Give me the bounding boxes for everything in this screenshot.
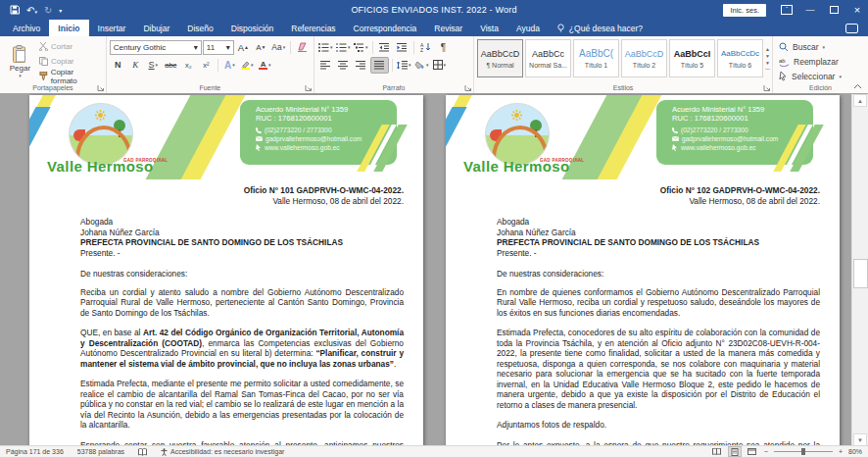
- tab-vista[interactable]: Vista: [471, 20, 507, 36]
- underline-button[interactable]: S▾: [145, 58, 162, 73]
- copy-button[interactable]: Copiar: [37, 55, 103, 68]
- text-effects-button[interactable]: A▾: [221, 58, 238, 73]
- align-left-button[interactable]: [317, 58, 334, 73]
- tab-diseno[interactable]: Diseño: [178, 20, 221, 36]
- clear-formatting-button[interactable]: [294, 40, 311, 55]
- justify-button[interactable]: [370, 57, 389, 74]
- addressee-block[interactable]: Abogada Johana Núñez García PREFECTA PRO…: [80, 217, 404, 258]
- redo-icon[interactable]: ↻: [44, 5, 52, 16]
- letter-body[interactable]: Oficio N° 101 GADPRVH-O-WMC-04-2022. Val…: [80, 185, 404, 446]
- paragraph-dialog-launcher-icon[interactable]: [464, 84, 472, 92]
- sign-in-button[interactable]: Inic. ses.: [723, 4, 766, 17]
- clipboard-dialog-launcher-icon[interactable]: [97, 84, 105, 92]
- format-painter-button[interactable]: Copiar formato: [37, 70, 103, 82]
- paragraph[interactable]: Reciba un cordial y atento saludo a nomb…: [80, 287, 404, 319]
- increase-indent-button[interactable]: [394, 40, 410, 55]
- word-count[interactable]: 53788 palabras: [77, 448, 124, 455]
- save-icon[interactable]: [10, 5, 20, 15]
- replace-button[interactable]: ab Reemplazar: [776, 55, 865, 69]
- zoom-out-button[interactable]: −: [764, 448, 768, 455]
- numbering-button[interactable]: ▾: [335, 40, 352, 55]
- salutation[interactable]: De nuestras consideraciones:: [497, 269, 820, 279]
- tab-dibujar[interactable]: Dibujar: [134, 20, 178, 36]
- tab-correspondencia[interactable]: Correspondencia: [345, 20, 426, 36]
- read-mode-icon[interactable]: [711, 447, 723, 456]
- zoom-slider[interactable]: [774, 451, 833, 452]
- qat-customize-icon[interactable]: ▾: [59, 7, 62, 14]
- paragraph[interactable]: Adjuntamos fotos de respaldo.: [497, 420, 820, 431]
- align-right-button[interactable]: [353, 58, 369, 73]
- strikethrough-button[interactable]: abc: [163, 58, 179, 73]
- decrease-indent-button[interactable]: [376, 40, 393, 55]
- style-titulo-2[interactable]: AaBbCcD Título 2: [621, 39, 667, 77]
- addressee-block[interactable]: Abogada Johana Núñez García PREFECTA PRO…: [497, 217, 820, 258]
- italic-button[interactable]: K: [127, 58, 144, 73]
- shrink-font-button[interactable]: A▼: [253, 40, 269, 55]
- paragraph[interactable]: Estimada Prefecta, mediante el presente …: [80, 379, 404, 431]
- select-button[interactable]: Seleccionar▾: [776, 70, 865, 83]
- document-page-2[interactable]: Valle Hermoso GAD PARROQUIAL Acuerdo Min…: [446, 95, 840, 446]
- tell-me-search[interactable]: ¿Qué desea hacer?: [549, 20, 651, 36]
- scroll-up-icon[interactable]: ▲: [853, 94, 867, 107]
- paragraph[interactable]: En nombre de quienes conformamos el Gobi…: [497, 287, 820, 319]
- cut-button[interactable]: Cortar: [37, 40, 103, 53]
- tab-archivo[interactable]: Archivo: [4, 20, 49, 36]
- ribbon-display-options-icon[interactable]: ˆ: [776, 0, 797, 20]
- style-titulo-6[interactable]: AaBbCcDc Título 6: [717, 39, 763, 77]
- vertical-scrollbar[interactable]: ▲ ▼: [851, 94, 868, 446]
- style-titulo-1[interactable]: AaBbC( Título 1: [573, 39, 619, 77]
- style-normal[interactable]: AaBbCcD ¶ Normal: [477, 39, 523, 77]
- bullets-button[interactable]: ▾: [317, 40, 334, 55]
- oficio-header[interactable]: Oficio N° 101 GADPRVH-O-WMC-04-2022. Val…: [80, 185, 404, 206]
- page-indicator[interactable]: Página 171 de 336: [6, 448, 64, 455]
- styles-scroll-down-icon[interactable]: ▼: [765, 53, 770, 59]
- highlight-button[interactable]: ▾: [239, 58, 256, 73]
- align-center-button[interactable]: [335, 58, 352, 73]
- tab-revisar[interactable]: Revisar: [425, 20, 471, 36]
- styles-scroll-up-icon[interactable]: ▲: [765, 46, 770, 52]
- subscript-button[interactable]: x₂: [180, 58, 197, 73]
- zoom-slider-thumb[interactable]: [801, 448, 805, 455]
- proofing-status[interactable]: [138, 448, 147, 456]
- change-case-button[interactable]: Aa▾: [270, 40, 287, 55]
- oficio-header[interactable]: Oficio N° 102 GADPRVH-O-WMC-04-2022. Val…: [497, 185, 820, 206]
- line-spacing-button[interactable]: ▾: [396, 58, 412, 73]
- document-page-1[interactable]: Valle Hermoso GAD PARROQUIAL Acuerdo Min…: [29, 95, 423, 446]
- zoom-in-button[interactable]: +: [839, 448, 843, 455]
- salutation[interactable]: De nuestras consideraciones:: [80, 269, 404, 279]
- close-button[interactable]: ×: [846, 0, 868, 20]
- paragraph[interactable]: Estimada Prefecta, conocedores de su alt…: [497, 328, 820, 410]
- style-titulo-5[interactable]: AaBbCcI Título 5: [669, 39, 715, 77]
- show-marks-button[interactable]: ¶: [435, 40, 452, 55]
- font-dialog-launcher-icon[interactable]: [305, 84, 313, 92]
- font-color-button[interactable]: A ▾: [257, 58, 273, 73]
- font-name-select[interactable]: Century Gothic▾: [110, 40, 202, 55]
- paragraph[interactable]: QUE, en base al Art. 42 del Código Orgán…: [80, 328, 404, 369]
- web-layout-icon[interactable]: [747, 447, 758, 456]
- letter-body[interactable]: Oficio N° 102 GADPRVH-O-WMC-04-2022. Val…: [497, 185, 820, 446]
- grow-font-button[interactable]: A▲: [235, 40, 252, 55]
- restore-button[interactable]: [823, 0, 844, 20]
- tab-insertar[interactable]: Insertar: [89, 20, 135, 36]
- font-size-select[interactable]: 11▾: [203, 40, 234, 55]
- styles-dialog-launcher-icon[interactable]: [763, 84, 771, 92]
- zoom-level[interactable]: 80%: [848, 448, 862, 455]
- undo-icon[interactable]: ↶▾: [26, 5, 37, 16]
- shading-button[interactable]: ▾: [413, 58, 430, 73]
- bold-button[interactable]: N: [110, 58, 126, 73]
- multilevel-list-button[interactable]: ▾: [353, 40, 369, 55]
- find-button[interactable]: Buscar▾: [776, 40, 865, 54]
- tab-referencias[interactable]: Referencias: [282, 20, 344, 36]
- tab-disposicion[interactable]: Disposición: [222, 20, 282, 36]
- feedback-button[interactable]: [845, 20, 858, 36]
- sort-button[interactable]: AZ: [417, 40, 434, 55]
- superscript-button[interactable]: x²: [198, 58, 215, 73]
- scrollbar-thumb[interactable]: [853, 259, 868, 288]
- paste-button[interactable]: Pegar ▾: [3, 39, 37, 84]
- minimize-button[interactable]: —: [799, 0, 821, 20]
- collapse-ribbon-icon[interactable]: [853, 83, 862, 89]
- styles-gallery-expand-icon[interactable]: ▼―: [765, 60, 770, 72]
- print-layout-icon[interactable]: [729, 447, 741, 456]
- borders-button[interactable]: ▾: [431, 58, 448, 73]
- accessibility-status[interactable]: Accesibilidad: es necesario investigar: [161, 448, 284, 456]
